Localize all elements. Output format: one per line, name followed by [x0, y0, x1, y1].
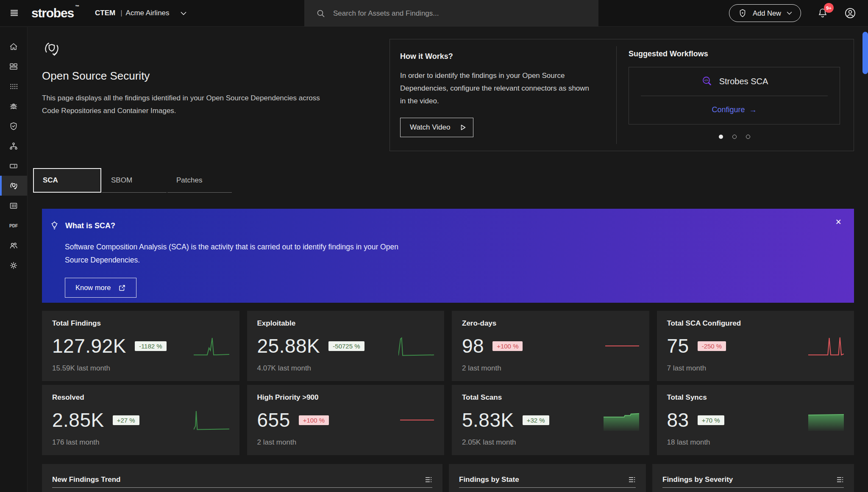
banner-title: What is SCA?: [65, 221, 115, 230]
workflow-card[interactable]: </> Strobes SCA Configure →: [629, 67, 840, 124]
what-is-sca-banner: What is SCA? Software Composition Analys…: [42, 209, 854, 303]
stat-footer: 4.07K last month: [257, 364, 434, 373]
org-selector[interactable]: Acme Airlines: [126, 9, 170, 17]
onboarding-panel: How it Works? In order to identify the f…: [389, 39, 854, 151]
close-icon[interactable]: ×: [836, 217, 841, 227]
widget-card: New Findings Trend: [42, 464, 442, 492]
notifications-bell-icon[interactable]: 9+: [817, 8, 828, 19]
main-content: Open Source Security This page displays …: [28, 27, 868, 492]
bug-icon: [9, 102, 18, 111]
stat-footer: 7 last month: [667, 364, 844, 373]
stat-delta-badge: +100 %: [492, 341, 523, 351]
stat-card-middle: 127.92K-1182 %: [52, 328, 229, 364]
widget-header: Findings by Severity: [652, 464, 854, 487]
sidebar-item-home[interactable]: [0, 36, 27, 56]
tab-sca[interactable]: SCA: [33, 168, 101, 193]
sidebar-item-findings[interactable]: [0, 96, 27, 116]
widget-menu-icon[interactable]: [628, 476, 636, 484]
user-avatar-icon[interactable]: [844, 7, 856, 19]
watch-video-label: Watch Video: [410, 123, 450, 132]
sidebar-item-tickets[interactable]: [0, 156, 27, 176]
add-new-label: Add New: [753, 9, 781, 17]
widget-menu-icon[interactable]: [425, 476, 432, 484]
stat-footer: 176 last month: [52, 438, 229, 447]
stat-sparkline: [400, 409, 434, 431]
stat-card: Total Findings127.92K-1182 %15.59K last …: [42, 311, 239, 381]
sidebar-item-reports[interactable]: [0, 196, 27, 216]
stat-card: Total Syncs83+70 %18 last month: [657, 385, 854, 455]
stat-sparkline: [605, 335, 639, 357]
tab-patches[interactable]: Patches: [167, 168, 232, 193]
topbar-left: strobes™ CTEM | Acme Airlines: [0, 6, 186, 20]
stat-card-title: Resolved: [52, 393, 229, 402]
tab-sbom[interactable]: SBOM: [102, 168, 167, 193]
banner-body: Software Composition Analysis (SCA) is t…: [65, 240, 408, 267]
stat-card-title: Exploitable: [257, 319, 434, 328]
hamburger-menu-icon[interactable]: [9, 8, 19, 18]
notification-count-badge: 9+: [824, 3, 834, 13]
open-source-security-page-icon: [42, 39, 389, 58]
sidebar-item-teams[interactable]: [0, 235, 27, 255]
stat-card-middle: 5.83K+32 %: [462, 402, 639, 438]
know-more-button[interactable]: Know more: [65, 278, 136, 298]
configure-link[interactable]: Configure →: [712, 105, 757, 114]
network-icon: [9, 141, 18, 151]
chevron-down-icon: [787, 11, 792, 15]
sidebar-item-compliance[interactable]: [0, 116, 27, 136]
stat-delta-badge: +27 %: [113, 415, 139, 425]
how-it-works-title: How it Works?: [400, 52, 600, 61]
carousel-dot-1[interactable]: [719, 135, 723, 139]
stat-value: 25.88K: [257, 334, 320, 357]
page-description: This page displays all the findings iden…: [42, 92, 339, 117]
chevron-down-icon[interactable]: [181, 11, 186, 15]
pdf-icon: PDF: [8, 221, 19, 230]
sidebar-item-settings[interactable]: [0, 255, 27, 275]
stat-card-middle: 75-250 %: [667, 328, 844, 364]
stat-sparkline: [398, 335, 434, 357]
widget-card: Findings by Severity: [652, 464, 854, 492]
widget-title: New Findings Trend: [52, 475, 121, 484]
widgets-row: New Findings TrendFindings by StateFindi…: [42, 464, 854, 492]
play-icon: [459, 123, 467, 132]
sidebar-item-dashboard[interactable]: [0, 56, 27, 76]
stat-footer: 2 last month: [462, 364, 639, 373]
workflow-card-footer: Configure →: [629, 96, 840, 124]
add-new-button[interactable]: Add New: [729, 4, 801, 22]
carousel-dot-2[interactable]: [732, 135, 737, 139]
sidebar-item-attack-surface[interactable]: [0, 136, 27, 156]
sidebar-item-open-source-security[interactable]: [0, 176, 27, 196]
stat-value: 655: [257, 409, 290, 431]
trademark: ™: [75, 4, 79, 9]
topbar: strobes™ CTEM | Acme Airlines Add New: [0, 0, 868, 27]
search-icon: [316, 9, 326, 18]
add-new-shield-icon: [738, 8, 747, 18]
scrollbar-thumb[interactable]: [862, 32, 868, 74]
carousel-dot-3[interactable]: [746, 135, 750, 139]
stat-card: Exploitable25.88K-50725 %4.07K last mont…: [247, 311, 445, 381]
stat-footer: 18 last month: [667, 438, 844, 447]
banner-header: What is SCA?: [49, 221, 840, 231]
gear-icon: [9, 261, 18, 270]
stat-card-middle: 83+70 %: [667, 402, 844, 438]
topbar-right: Add New 9+: [729, 4, 868, 22]
search-input[interactable]: [333, 9, 587, 18]
stat-card-middle: 98+100 %: [462, 328, 639, 364]
watch-video-button[interactable]: Watch Video: [400, 118, 473, 137]
stats-grid: Total Findings127.92K-1182 %15.59K last …: [42, 311, 854, 455]
product-name: CTEM: [95, 9, 115, 17]
stat-card: Total Scans5.83K+32 %2.05K last month: [452, 385, 649, 455]
stat-card-middle: 2.85K+27 %: [52, 402, 229, 438]
sidebar-item-apps[interactable]: [0, 76, 27, 96]
stat-footer: 2.05K last month: [462, 438, 639, 447]
widget-title: Findings by Severity: [662, 475, 733, 484]
tab-list: SCA SBOM Patches: [33, 168, 854, 193]
widget-header-divider: [52, 487, 432, 488]
stat-delta-badge: -250 %: [698, 341, 726, 351]
stat-delta-badge: +32 %: [523, 415, 549, 425]
sidebar-item-pdf[interactable]: PDF: [0, 216, 27, 235]
stat-card: High Priority >900655+100 %2 last month: [247, 385, 445, 455]
apps-grid-icon: [9, 82, 18, 91]
brand-logo[interactable]: strobes™: [31, 6, 78, 20]
widget-header: New Findings Trend: [42, 464, 442, 487]
widget-menu-icon[interactable]: [836, 476, 844, 484]
